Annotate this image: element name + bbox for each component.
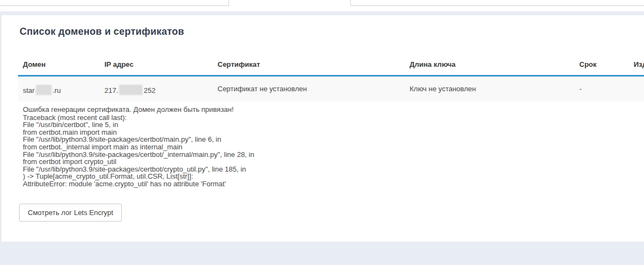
- active-tab-right-border: [350, 0, 351, 6]
- redacted-ip-part: [119, 85, 143, 95]
- traceback-line: File "/usr/lib/python3.9/site-packages/c…: [23, 151, 254, 159]
- traceback-line: File "/usr/lib/python3.9/site-packages/c…: [23, 136, 254, 143]
- traceback-line: from certbot import crypto_util: [23, 158, 254, 166]
- term-cell: -: [579, 85, 581, 93]
- page-title: Список доменов и сертификатов: [20, 26, 184, 37]
- ip-address-cell: 217.252: [104, 85, 156, 95]
- column-header-domain: Домен: [23, 60, 46, 68]
- certificate-status-cell: Сертификат не установлен: [218, 85, 307, 93]
- tab-bar-remnant: [0, 0, 644, 11]
- column-header-term: Срок: [579, 60, 597, 68]
- traceback-line: from certbot._internal import main as in…: [23, 143, 254, 151]
- domain-table-row[interactable]: star.ru 217.252 Сертификат не установлен…: [18, 77, 644, 102]
- column-header-certificate: Сертификат: [218, 60, 260, 68]
- key-length-cell: Ключ не установлен: [410, 85, 476, 93]
- active-tab-left-border: [228, 0, 229, 6]
- error-message-line: Ошибка генерации сертификата. Домен долж…: [23, 106, 254, 113]
- redacted-domain-part: [36, 85, 52, 95]
- column-header-key-length: Длина ключа: [410, 60, 456, 68]
- certificate-error-traceback: Ошибка генерации сертификата. Домен долж…: [23, 106, 254, 188]
- traceback-line: Traceback (most recent call last):: [23, 114, 254, 122]
- domain-suffix: .ru: [53, 86, 61, 94]
- traceback-line: from certbot.main import main: [23, 129, 254, 136]
- view-lets-encrypt-log-button[interactable]: Смотреть лог Lets Encrypt: [19, 204, 122, 222]
- traceback-line: File "/usr/bin/certbot", line 5, in: [23, 121, 254, 129]
- domains-certificates-panel: Список доменов и сертификатов Домен IP а…: [2, 15, 644, 242]
- column-header-issuer: Изд: [634, 60, 644, 68]
- domain-prefix: star: [23, 86, 35, 94]
- ip-suffix: 252: [144, 86, 156, 94]
- traceback-line: ) -> Tuple[acme_crypto_util.Format, util…: [23, 173, 254, 180]
- column-header-ip-address: IP адрес: [104, 60, 133, 68]
- traceback-line: AttributeError: module 'acme.crypto_util…: [23, 180, 254, 188]
- tab-bottom-border-left: [0, 5, 228, 6]
- tab-bottom-border-right: [350, 5, 644, 6]
- traceback-line: File "/usr/lib/python3.9/site-packages/c…: [23, 166, 254, 173]
- domain-cell: star.ru: [23, 85, 61, 95]
- ip-prefix: 217.: [104, 86, 118, 94]
